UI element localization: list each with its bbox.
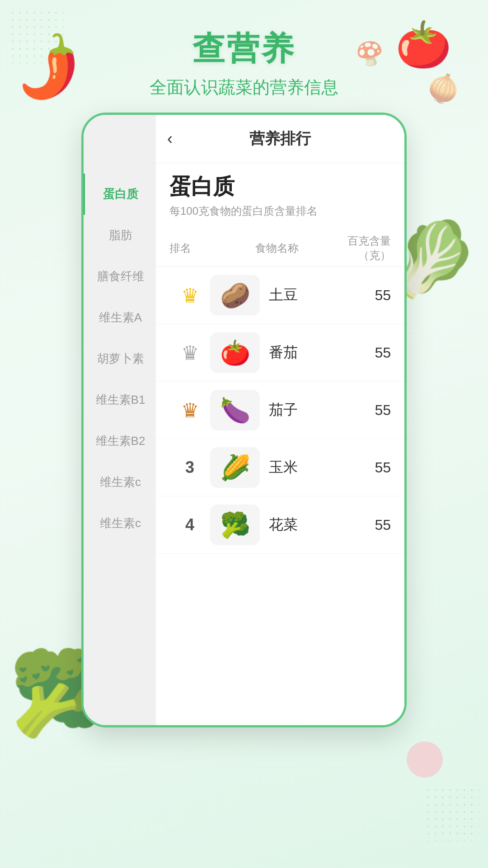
crown-bronze-icon: ♛	[181, 399, 199, 422]
food-image-1: 🥔	[210, 275, 260, 316]
food-row-2[interactable]: ♛ 🍅 番茄 55	[156, 324, 404, 382]
food-row-3[interactable]: ♛ 🍆 茄子 55	[156, 382, 404, 439]
food-name-4: 玉米	[269, 458, 355, 477]
food-image-4: 🌽	[210, 447, 260, 488]
col-header-rank: 排名	[169, 241, 210, 255]
food-image-5: 🥦	[210, 505, 260, 545]
food-row-4[interactable]: 3 🌽 玉米 55	[156, 439, 404, 496]
nutrient-description: 每100克食物的蛋白质含量排名	[169, 204, 391, 218]
food-image-2: 🍅	[210, 332, 260, 373]
rank-col-5: 4	[169, 515, 210, 534]
top-bar: ‹ 营养排行	[156, 115, 404, 163]
deco-pink-blob	[407, 741, 443, 778]
rank-col-2: ♛	[169, 341, 210, 364]
food-row-5[interactable]: 4 🥦 花菜 55	[156, 496, 404, 554]
sidebar-item-fat[interactable]: 脂肪	[84, 215, 156, 256]
food-name-5: 花菜	[269, 515, 355, 535]
food-amount-3: 55	[355, 402, 391, 419]
nutrient-name: 蛋白质	[169, 172, 391, 201]
rank-number-4: 3	[185, 458, 194, 477]
food-row-1[interactable]: ♛ 🥔 土豆 55	[156, 267, 404, 324]
nutrient-header: 蛋白质 每100克食物的蛋白质含量排名	[156, 163, 404, 230]
sidebar-item-fiber[interactable]: 膳食纤维	[84, 256, 156, 297]
rank-col-3: ♛	[169, 399, 210, 422]
phone-mockup: 蛋白质 脂肪 膳食纤维 维生素A 胡萝卜素 维生素B1 维生素B2 维生素c	[81, 113, 407, 727]
food-name-2: 番茄	[269, 343, 355, 363]
sidebar-item-vitC2[interactable]: 维生素c	[84, 503, 156, 544]
food-name-3: 茄子	[269, 400, 355, 420]
page-title: 营养排行	[249, 128, 311, 149]
food-amount-1: 55	[355, 287, 391, 304]
rank-number-5: 4	[185, 515, 194, 534]
sidebar-item-carotene[interactable]: 胡萝卜素	[84, 338, 156, 379]
sidebar-item-vitB2[interactable]: 维生素B2	[84, 420, 156, 462]
sidebar: 蛋白质 脂肪 膳食纤维 维生素A 胡萝卜素 维生素B1 维生素B2 维生素c	[84, 115, 156, 725]
dots-decoration-br	[425, 787, 479, 841]
header-title: 查营养	[0, 27, 488, 71]
main-content: ‹ 营养排行 蛋白质 每100克食物的蛋白质含量排名 排名 食物名称 百克含量（…	[156, 115, 404, 725]
col-header-food: 食物名称	[210, 241, 319, 255]
food-image-3: 🍆	[210, 390, 260, 430]
food-amount-5: 55	[355, 517, 391, 533]
col-header-amount: 百克含量（克）	[319, 234, 391, 263]
sidebar-item-protein[interactable]: 蛋白质	[84, 174, 156, 215]
food-amount-2: 55	[355, 344, 391, 361]
screen: 蛋白质 脂肪 膳食纤维 维生素A 胡萝卜素 维生素B1 维生素B2 维生素c	[84, 115, 404, 725]
table-header: 排名 食物名称 百克含量（克）	[156, 230, 404, 267]
crown-gold-icon: ♛	[181, 284, 199, 307]
back-button[interactable]: ‹	[167, 129, 173, 148]
page-header: 查营养 全面认识蔬菜的营养信息	[0, 0, 488, 99]
rank-col-4: 3	[169, 458, 210, 477]
rank-col-1: ♛	[169, 284, 210, 307]
food-amount-4: 55	[355, 459, 391, 476]
crown-silver-icon: ♛	[181, 341, 199, 364]
food-name-1: 土豆	[269, 285, 355, 305]
sidebar-item-vitB1[interactable]: 维生素B1	[84, 379, 156, 420]
sidebar-item-vitA[interactable]: 维生素A	[84, 297, 156, 338]
sidebar-item-vitC1[interactable]: 维生素c	[84, 462, 156, 503]
header-subtitle: 全面认识蔬菜的营养信息	[0, 76, 488, 99]
